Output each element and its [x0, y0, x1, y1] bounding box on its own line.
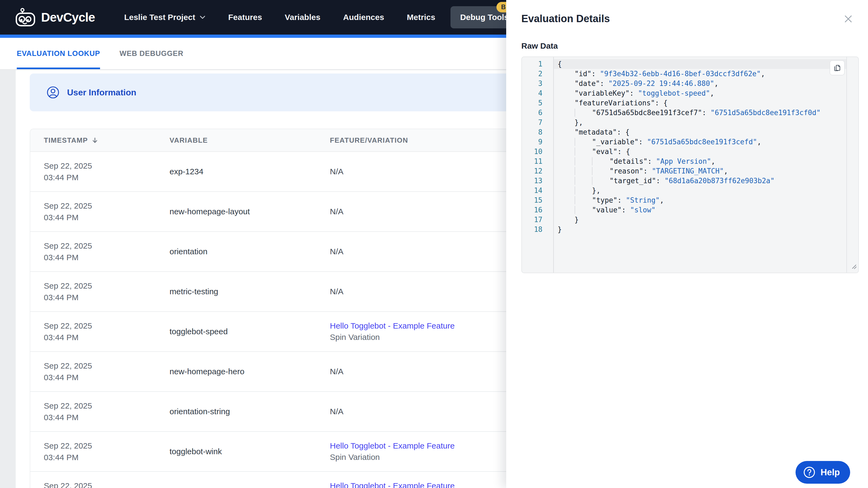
- column-header-variable[interactable]: VARIABLE: [169, 136, 330, 144]
- nav-items: Leslie Test Project Features Variables A…: [124, 6, 518, 28]
- code-line: "reason": "TARGETING_MATCH",: [554, 166, 846, 176]
- code-line: "_variable": "6751d5a65bdc8ee191f3cefd",: [554, 137, 846, 147]
- timestamp-cell: Sep 22, 202503:44 PM: [30, 440, 169, 463]
- code-line: "6751d5a65bdc8ee191f3cef7": "6751d5a65bd…: [554, 108, 846, 118]
- variable-cell: orientation-string: [169, 407, 330, 416]
- code-line: "value": "slow": [554, 205, 846, 215]
- timestamp-cell: Sep 22, 202503:44 PM: [30, 240, 169, 263]
- copy-icon: [833, 64, 841, 72]
- variable-cell: new-homepage-hero: [169, 367, 330, 376]
- resize-grip[interactable]: [851, 262, 857, 272]
- timestamp-cell: Sep 22, 202503:44 PM: [30, 200, 169, 223]
- raw-data-code-block[interactable]: 123456789101112131415161718 { "id": "9f3…: [521, 57, 859, 273]
- variable-cell: metric-testing: [169, 287, 330, 296]
- help-button[interactable]: Help: [796, 461, 850, 484]
- na-label: N/A: [330, 287, 343, 296]
- panel-title: Evaluation Details: [521, 13, 610, 25]
- user-circle-icon: [46, 86, 60, 99]
- project-selector[interactable]: Leslie Test Project: [124, 13, 206, 22]
- evaluation-details-panel: Evaluation Details Raw Data 123456789101…: [506, 0, 868, 488]
- code-line: "details": "App Version",: [554, 157, 846, 166]
- nav-item-metrics[interactable]: Metrics: [407, 13, 435, 22]
- na-label: N/A: [330, 247, 343, 256]
- variable-cell: orientation: [169, 247, 330, 256]
- line-number: 11: [522, 157, 553, 166]
- code-line: "variableKey": "togglebot-speed",: [554, 88, 846, 98]
- close-icon: [844, 14, 853, 24]
- code-line: }: [554, 215, 846, 225]
- na-label: N/A: [330, 207, 343, 216]
- nav-item-features[interactable]: Features: [228, 13, 262, 22]
- line-number: 16: [522, 205, 553, 215]
- code-line: "type": "String",: [554, 195, 846, 205]
- line-number: 2: [522, 69, 553, 78]
- variable-cell: togglebot-speed: [169, 487, 330, 488]
- code-line: "target_id": "68d1a6a20b873ff62e903b2a": [554, 176, 846, 186]
- na-label: N/A: [330, 167, 343, 176]
- line-number: 18: [522, 225, 553, 234]
- nav-item-audiences[interactable]: Audiences: [343, 13, 384, 22]
- tab-web-debugger[interactable]: WEB DEBUGGER: [120, 38, 183, 69]
- tab-evaluation-lookup[interactable]: EVALUATION LOOKUP: [17, 38, 100, 69]
- code-line: }: [554, 225, 846, 234]
- code-line: "metadata": {: [554, 127, 846, 137]
- line-number: 4: [522, 88, 553, 98]
- variable-cell: exp-1234: [169, 167, 330, 176]
- line-number: 10: [522, 147, 553, 157]
- nav-item-variables[interactable]: Variables: [285, 13, 320, 22]
- chevron-down-icon: [199, 15, 206, 19]
- code-line: "id": "9f3e4b32-6ebb-4d16-8bef-03dccf3df…: [554, 69, 846, 78]
- line-number: 8: [522, 127, 553, 137]
- line-number: 9: [522, 137, 553, 147]
- timestamp-cell: Sep 22, 202503:44 PM: [30, 280, 169, 303]
- code-line: },: [554, 186, 846, 195]
- code-line: "featureVariations": {: [554, 98, 846, 108]
- column-header-timestamp[interactable]: TIMESTAMP: [30, 136, 169, 144]
- help-question-icon: [803, 466, 815, 479]
- devcycle-robot-icon: [15, 7, 36, 27]
- line-number: 12: [522, 166, 553, 176]
- line-number: 15: [522, 195, 553, 205]
- project-name: Leslie Test Project: [124, 13, 195, 22]
- code-line: "date": "2025-09-22 19:44:46.880",: [554, 78, 846, 88]
- devcycle-logo[interactable]: DevCycle: [15, 7, 95, 27]
- line-number: 6: [522, 108, 553, 118]
- raw-data-label: Raw Data: [521, 41, 859, 51]
- code-line: "eval": {: [554, 147, 846, 157]
- copy-button[interactable]: [830, 60, 845, 75]
- timestamp-cell: Sep 22, 202503:44 PM: [30, 400, 169, 423]
- line-numbers-gutter: 123456789101112131415161718: [522, 57, 554, 273]
- na-label: N/A: [330, 367, 343, 376]
- close-panel-button[interactable]: [844, 14, 853, 24]
- line-number: 17: [522, 215, 553, 225]
- user-information-label: User Information: [67, 88, 136, 98]
- line-number: 3: [522, 78, 553, 88]
- variable-cell: togglebot-wink: [169, 447, 330, 456]
- timestamp-cell: Sep 22, 202503:44 PM: [30, 320, 169, 343]
- timestamp-cell: Sep 22, 202503:44 PM: [30, 160, 169, 183]
- variable-cell: new-homepage-layout: [169, 207, 330, 216]
- timestamp-cell: Sep 22, 202503:44 PM: [30, 360, 169, 383]
- line-number: 1: [522, 59, 553, 69]
- code-line: {: [554, 59, 846, 69]
- sort-descending-icon: [91, 136, 99, 144]
- help-label: Help: [820, 467, 840, 478]
- code-area: { "id": "9f3e4b32-6ebb-4d16-8bef-03dccf3…: [554, 57, 847, 273]
- na-label: N/A: [330, 407, 343, 416]
- brand-name: DevCycle: [41, 10, 95, 25]
- variable-cell: togglebot-speed: [169, 327, 330, 336]
- timestamp-cell: Sep 22, 202503:44 PM: [30, 480, 169, 488]
- debug-tools-label: Debug Tools: [460, 13, 508, 22]
- line-number: 14: [522, 186, 553, 195]
- line-number: 5: [522, 98, 553, 108]
- line-number: 13: [522, 176, 553, 186]
- code-line: },: [554, 118, 846, 127]
- line-number: 7: [522, 118, 553, 127]
